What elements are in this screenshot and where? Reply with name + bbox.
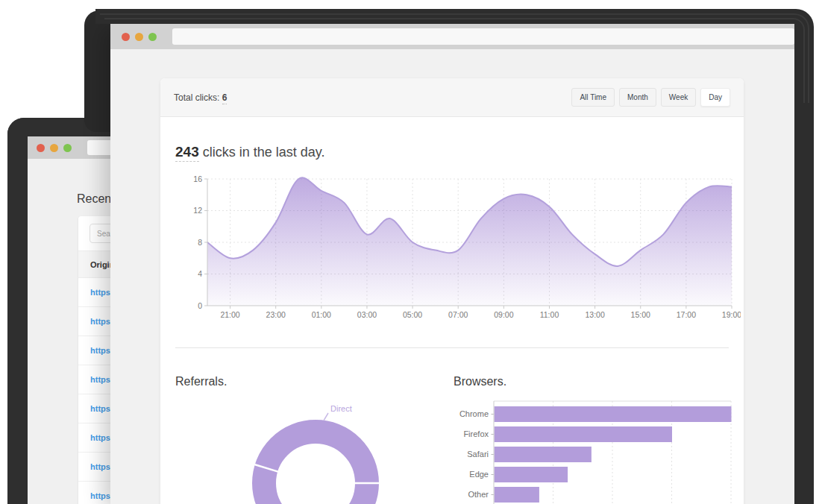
- svg-text:12: 12: [193, 206, 202, 215]
- svg-text:11:00: 11:00: [540, 310, 559, 319]
- filter-button-day[interactable]: Day: [700, 88, 730, 107]
- total-clicks-label: Total clicks:: [174, 92, 219, 103]
- filter-button-month[interactable]: Month: [619, 88, 656, 107]
- browser-window-front: Total clicks: 6 All TimeMonthWeekDay 243…: [110, 24, 794, 504]
- bar-label-firefox: Firefox: [463, 429, 489, 438]
- minimize-icon[interactable]: [50, 144, 58, 152]
- headline-text: clicks in the last day.: [199, 145, 325, 160]
- clicks-area-chart: 048121621:0023:0001:0003:0005:0007:0009:…: [174, 173, 741, 319]
- bar-label-safari: Safari: [467, 450, 489, 459]
- zoom-icon[interactable]: [63, 144, 72, 152]
- bar-label-other: Other: [468, 490, 489, 499]
- click-count: 243: [175, 144, 199, 162]
- stacked-window-frame: [84, 10, 110, 132]
- minimize-icon[interactable]: [135, 33, 143, 41]
- bar-label-chrome: Chrome: [459, 409, 489, 418]
- browsers-bar-chart: ChromeFirefoxSafariEdgeOther: [448, 394, 742, 504]
- svg-text:8: 8: [198, 238, 202, 247]
- total-clicks: Total clicks: 6: [174, 92, 227, 103]
- svg-text:15:00: 15:00: [631, 310, 650, 319]
- svg-text:01:00: 01:00: [312, 310, 331, 319]
- svg-text:13:00: 13:00: [585, 310, 604, 319]
- svg-text:16: 16: [193, 174, 202, 183]
- front-window-toolbar: [110, 24, 794, 49]
- svg-text:19:00: 19:00: [722, 310, 741, 319]
- svg-text:0: 0: [198, 301, 202, 310]
- close-icon[interactable]: [37, 144, 45, 152]
- svg-text:09:00: 09:00: [494, 310, 513, 319]
- time-filter-group: All TimeMonthWeekDay: [571, 88, 730, 107]
- svg-text:4: 4: [198, 269, 202, 278]
- svg-text:05:00: 05:00: [403, 310, 422, 319]
- headline: 243 clicks in the last day.: [175, 144, 744, 160]
- svg-text:17:00: 17:00: [677, 310, 696, 319]
- bar-label-edge: Edge: [469, 470, 489, 479]
- filter-button-week[interactable]: Week: [661, 88, 696, 107]
- donut-label-direct: Direct: [330, 404, 352, 413]
- panel-header: Total clicks: 6 All TimeMonthWeekDay: [160, 78, 744, 117]
- analytics-panel: Total clicks: 6 All TimeMonthWeekDay 243…: [160, 78, 744, 504]
- svg-text:23:00: 23:00: [266, 310, 286, 319]
- svg-text:07:00: 07:00: [448, 310, 468, 319]
- svg-text:03:00: 03:00: [357, 310, 377, 319]
- section-divider: [175, 347, 729, 348]
- referrals-donut-chart: Direct: [246, 401, 395, 504]
- referrals-title: Referrals.: [175, 375, 227, 388]
- zoom-icon[interactable]: [148, 33, 157, 41]
- filter-button-all-time[interactable]: All Time: [571, 88, 615, 107]
- svg-text:21:00: 21:00: [220, 310, 239, 319]
- page-content: Total clicks: 6 All TimeMonthWeekDay 243…: [110, 49, 794, 504]
- browsers-title: Browsers.: [454, 375, 506, 388]
- url-bar[interactable]: [172, 28, 794, 45]
- close-icon[interactable]: [122, 33, 130, 41]
- total-clicks-value: 6: [222, 92, 228, 104]
